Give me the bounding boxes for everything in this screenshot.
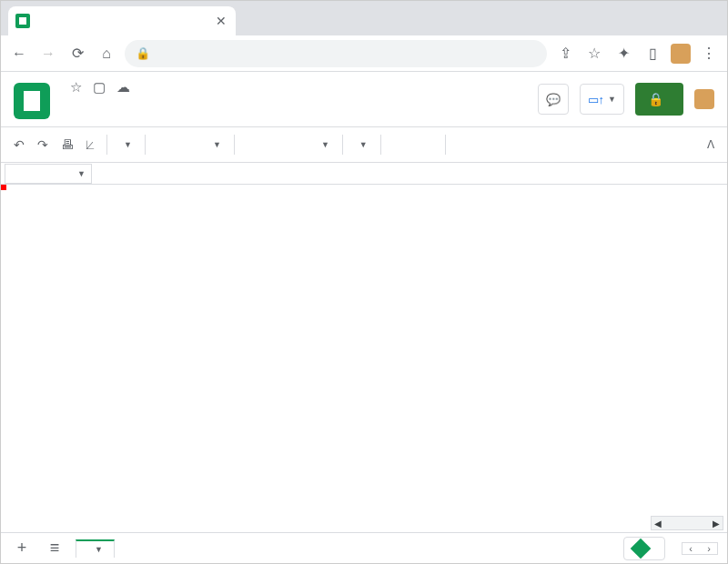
extensions-icon[interactable]: ✦ xyxy=(612,45,634,62)
paint-format-button[interactable]: ⟀ xyxy=(86,137,94,152)
add-sheet-button[interactable]: + xyxy=(10,539,34,558)
forward-button: → xyxy=(37,45,59,62)
sheet-tab-sheet1[interactable]: ▼ xyxy=(76,539,115,558)
explore-icon xyxy=(631,538,652,559)
number-format-dropdown[interactable]: ▼ xyxy=(209,140,221,149)
back-button[interactable]: ← xyxy=(8,45,30,62)
present-button[interactable]: ▭↑ ▼ xyxy=(580,84,624,115)
profile-avatar[interactable] xyxy=(671,44,691,64)
share-url-icon[interactable]: ⇪ xyxy=(554,45,576,62)
lock-icon: 🔒 xyxy=(136,46,150,60)
bookmark-icon[interactable]: ☆ xyxy=(583,45,605,62)
all-sheets-button[interactable]: ≡ xyxy=(43,539,66,558)
home-button[interactable]: ⌂ xyxy=(96,45,117,62)
comment-icon: 💬 xyxy=(546,93,561,106)
font-dropdown[interactable]: ▼ xyxy=(248,140,329,149)
chrome-menu-icon[interactable]: ⋮ xyxy=(698,45,720,62)
tab-scroll-arrows[interactable]: ‹› xyxy=(682,542,718,555)
explore-button[interactable] xyxy=(623,537,665,560)
new-tab-button[interactable] xyxy=(245,7,270,33)
present-icon: ▭↑ xyxy=(588,93,605,106)
share-button[interactable]: 🔒 xyxy=(635,83,683,116)
print-button[interactable]: 🖶 xyxy=(61,137,74,152)
spreadsheet-grid[interactable] xyxy=(1,185,727,512)
chevron-down-icon: ▼ xyxy=(608,95,616,104)
name-box[interactable]: ▼ xyxy=(5,164,92,184)
cloud-status-icon[interactable]: ☁ xyxy=(116,79,130,96)
sheets-logo-icon[interactable] xyxy=(14,83,50,119)
undo-button[interactable]: ↶ xyxy=(14,137,25,152)
browser-tab[interactable]: ✕ xyxy=(8,6,236,35)
chevron-down-icon[interactable]: ▼ xyxy=(95,545,103,554)
star-icon[interactable]: ☆ xyxy=(70,79,82,96)
tab-close-icon[interactable]: ✕ xyxy=(216,14,227,28)
redo-button[interactable]: ↷ xyxy=(37,137,48,152)
lock-icon: 🔒 xyxy=(648,92,663,106)
zoom-dropdown[interactable]: ▼ xyxy=(120,140,132,149)
address-bar[interactable]: 🔒 xyxy=(125,40,547,67)
collapse-toolbar-button[interactable]: ᐱ xyxy=(707,138,714,151)
chevron-down-icon: ▼ xyxy=(77,169,86,178)
comments-button[interactable]: 💬 xyxy=(538,84,569,115)
sheets-favicon xyxy=(15,14,30,28)
account-avatar[interactable] xyxy=(694,89,714,109)
move-icon[interactable]: ▢ xyxy=(93,79,106,96)
reload-button[interactable]: ⟳ xyxy=(66,45,88,62)
font-size-dropdown[interactable]: ▼ xyxy=(356,140,368,149)
reader-icon[interactable]: ▯ xyxy=(642,45,663,62)
formatting-toolbar: ↶ ↷ 🖶 ⟀ ▼ ▼ ▼ ▼ ᐱ xyxy=(1,126,727,163)
horizontal-scrollbar[interactable]: ◀▶ xyxy=(651,516,723,530)
